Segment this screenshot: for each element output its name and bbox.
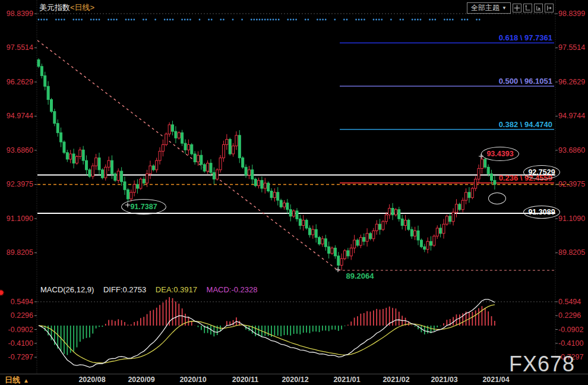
fib-level-label: 0.382 \ 94.4740 — [499, 120, 552, 129]
y-axis-scale-button[interactable] — [523, 4, 532, 12]
month-label: 2020/11 — [232, 375, 259, 384]
macd-axis-label-right: -0.4100 — [558, 339, 583, 348]
price-axis-label-right: 94.9744 — [558, 112, 585, 120]
price-axis-label-left: 94.9744 — [0, 112, 33, 120]
macd-axis-label-left: 0.2296 — [0, 311, 33, 320]
price-axis-label-left: 92.3975 — [0, 180, 33, 188]
month-label: 2021/03 — [431, 375, 457, 384]
y-axis-scale-icon — [524, 5, 531, 11]
price-axis-label-right: 96.2629 — [558, 78, 585, 86]
macd-axis-label-left: 0.5494 — [0, 298, 33, 306]
price-annotation: 91.7387 — [121, 199, 166, 214]
price-axis-label-right: 89.8205 — [558, 248, 585, 257]
macd-dea-value: DEA:0.3917 — [156, 285, 197, 294]
price-axis-label-right: 97.5514 — [558, 43, 585, 52]
watermark: FX678 — [509, 352, 575, 377]
macd-header: MACD(26,12,9) DIFF:0.2753 DEA:0.3917 MAC… — [40, 285, 265, 294]
price-axis-label-right: 92.3975 — [558, 180, 585, 188]
macd-diff-value: DIFF:0.2753 — [103, 285, 146, 294]
price-annotation — [488, 192, 506, 204]
pan-right-icon — [546, 5, 552, 11]
month-label: 2020/09 — [128, 375, 154, 384]
month-label: 2020/08 — [78, 375, 105, 384]
price-axis-label-left: 96.2629 — [0, 78, 33, 86]
price-axis-label-left: 89.8205 — [0, 248, 33, 257]
theme-dropdown[interactable]: 全部主题 ▼ — [467, 2, 511, 14]
price-annotation: 93.4393 — [481, 147, 519, 161]
macd-axis-label-right: 0.5494 — [558, 298, 581, 306]
month-label: 2021/04 — [482, 375, 509, 384]
price-axis-label-right: 91.1090 — [558, 214, 585, 223]
macd-indicator-label: MACD(26,12,9) — [40, 285, 94, 294]
macd-hist-value: MACD:-0.2328 — [207, 285, 258, 294]
price-axis-label-right: 93.6860 — [558, 146, 585, 154]
macd-axis-label-right: -0.0902 — [558, 326, 583, 334]
period-selector[interactable]: 日线▲ — [5, 375, 29, 385]
toolbar: 全部主题 ▼ — [467, 2, 554, 14]
x-axis-divider — [0, 374, 588, 374]
macd-axis-label-right: 0.2296 — [558, 311, 581, 320]
month-label: 2021/01 — [333, 375, 360, 384]
chevron-down-icon: ▼ — [502, 5, 507, 11]
price-annotation: 89.2064 — [346, 272, 374, 280]
period-label: 日线 — [5, 375, 20, 384]
instrument-name: 美元指数 — [39, 3, 70, 12]
price-axis-label-right: 98.8399 — [558, 10, 585, 18]
theme-dropdown-label: 全部主题 — [471, 3, 500, 13]
price-axis-label-left: 93.6860 — [0, 146, 33, 154]
macd-axis-label-left: -0.0902 — [0, 326, 33, 334]
price-axis-label-left: 91.1090 — [0, 214, 33, 223]
price-annotation: 92.7529 — [523, 165, 560, 179]
chart-window: 美元指数<日线> 全部主题 ▼ — [0, 0, 588, 385]
move-icon — [514, 5, 520, 11]
month-label: 2021/02 — [382, 375, 409, 384]
price-annotation: 91.3089 — [523, 206, 560, 219]
x-axis-scale-icon — [535, 5, 542, 11]
month-label: 2020/12 — [282, 375, 308, 384]
macd-axis-label-left: -0.7297 — [0, 353, 33, 361]
macd-axis-label-left: -0.4100 — [0, 339, 33, 348]
fib-level-label: 0.500 \ 96.1051 — [499, 77, 552, 86]
fib-level-label: 0.618 \ 97.7361 — [499, 33, 552, 42]
period-tag: <日线> — [70, 3, 94, 12]
price-axis-label-left: 97.5514 — [0, 43, 33, 52]
instrument-title: 美元指数<日线> — [39, 2, 94, 13]
x-axis-scale-button[interactable] — [534, 4, 543, 12]
pan-move-button[interactable] — [513, 4, 521, 12]
triangle-up-icon: ▲ — [23, 377, 29, 384]
marker-burst-icon: ✹ — [0, 288, 5, 298]
month-label: 2020/10 — [179, 375, 206, 384]
pan-right-button[interactable] — [545, 4, 554, 12]
price-axis-label-left: 98.8399 — [0, 10, 33, 18]
